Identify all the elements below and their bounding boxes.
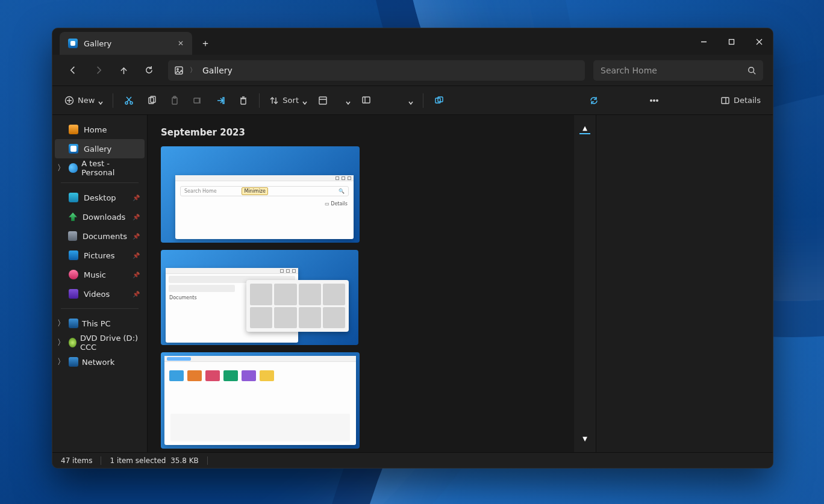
search-input[interactable]: Search Home: [593, 60, 763, 81]
thumbnail-grid: Search Home 🔍 ▭ Details Minimize Docum: [161, 146, 546, 452]
timeline-jump-start[interactable]: ▲: [579, 123, 590, 134]
refresh-button[interactable]: [138, 60, 160, 81]
image-thumbnail[interactable]: Search Home 🔍 ▭ Details Minimize: [161, 146, 360, 243]
documents-icon: [68, 231, 77, 241]
svg-rect-28: [319, 97, 326, 104]
back-button[interactable]: [62, 60, 84, 81]
status-item-count: 47 items: [61, 456, 92, 465]
forward-button[interactable]: [87, 60, 109, 81]
search-icon: [748, 66, 756, 75]
svg-rect-37: [722, 98, 729, 104]
pin-icon: 📌: [133, 194, 140, 201]
delete-button[interactable]: [233, 90, 254, 111]
music-icon: [69, 270, 78, 279]
close-window-button[interactable]: [745, 28, 773, 55]
svg-point-34: [651, 99, 652, 101]
up-button[interactable]: [113, 60, 134, 81]
network-icon: [69, 357, 78, 367]
sidebar-label: Network: [82, 358, 114, 367]
sidebar-item-this-pc[interactable]: 〉This PC: [55, 314, 145, 333]
sidebar-label: DVD Drive (D:) CCC: [80, 334, 142, 352]
home-icon: [69, 125, 78, 134]
chevron-right-icon[interactable]: 〉: [57, 163, 65, 173]
more-button[interactable]: [643, 90, 665, 111]
sort-button[interactable]: Sort: [264, 90, 312, 111]
separator: [259, 93, 260, 108]
sidebar-label: Gallery: [84, 145, 111, 154]
sidebar-item-pictures[interactable]: Pictures📌: [55, 246, 145, 265]
sidebar-label: Documents: [83, 232, 127, 241]
sidebar-item-gallery[interactable]: Gallery: [55, 139, 145, 158]
sidebar-item-onedrive[interactable]: 〉A test - Personal: [55, 158, 145, 178]
image-thumbnail[interactable]: [161, 352, 360, 449]
svg-line-15: [126, 97, 131, 102]
sidebar-item-documents[interactable]: Documents📌: [55, 226, 145, 246]
filter-button[interactable]: [357, 90, 418, 111]
disc-icon: [69, 338, 76, 347]
timeline-jump-end[interactable]: ▼: [579, 433, 590, 444]
timeline-scrubber[interactable]: ▲ ▼: [574, 115, 596, 452]
rename-button[interactable]: [187, 90, 208, 111]
paste-button[interactable]: [164, 90, 186, 111]
sidebar-item-desktop[interactable]: Desktop📌: [55, 188, 145, 207]
mock-text: Search Home: [184, 188, 217, 194]
sidebar-item-music[interactable]: Music📌: [55, 265, 145, 284]
mock-text: Details: [331, 201, 348, 207]
image-thumbnail[interactable]: Documents: [161, 250, 358, 345]
command-bar: New Sort: [52, 86, 773, 115]
svg-point-12: [125, 102, 128, 104]
chevron-right-icon[interactable]: 〉: [57, 337, 65, 348]
separator: [207, 456, 208, 465]
new-tab-button[interactable]: ＋: [192, 32, 219, 55]
pin-icon: 📌: [133, 214, 140, 220]
tab-gallery[interactable]: Gallery ✕: [60, 32, 192, 55]
navigation-bar: 〉 Gallery Search Home: [52, 55, 773, 86]
chevron-down-icon: [302, 98, 307, 103]
pin-icon: 📌: [133, 233, 140, 240]
svg-point-7: [749, 67, 754, 72]
svg-point-36: [657, 99, 658, 101]
status-bar: 47 items 1 item selected 35.8 KB: [52, 452, 773, 468]
sidebar-item-dvd[interactable]: 〉DVD Drive (D:) CCC: [55, 333, 145, 352]
svg-point-13: [130, 102, 133, 104]
download-icon: [69, 213, 77, 221]
sync-button[interactable]: [583, 90, 605, 111]
view-button[interactable]: [313, 90, 355, 111]
sidebar-item-network[interactable]: 〉Network: [55, 352, 145, 372]
pin-icon: 📌: [133, 272, 140, 278]
picture-icon: [174, 66, 184, 75]
separator: [113, 93, 113, 108]
pc-icon: [69, 319, 78, 328]
date-group-header[interactable]: September 2023: [161, 127, 561, 138]
sidebar-item-home[interactable]: Home: [55, 120, 145, 139]
sidebar-label: Home: [84, 125, 107, 134]
sidebar-item-videos[interactable]: Videos📌: [55, 284, 145, 303]
sidebar-item-downloads[interactable]: Downloads📌: [55, 207, 145, 226]
gallery-icon: [68, 39, 78, 48]
cut-button[interactable]: [118, 90, 140, 111]
svg-rect-1: [729, 39, 734, 44]
minimize-button[interactable]: [690, 28, 717, 55]
gallery-content: September 2023 Search Home 🔍 ▭ Details: [148, 115, 574, 452]
new-button[interactable]: New: [60, 90, 108, 111]
address-bar[interactable]: 〉 Gallery: [168, 60, 585, 81]
breadcrumb-location: Gallery: [202, 66, 233, 75]
share-button[interactable]: [210, 90, 231, 111]
file-explorer-window: Gallery ✕ ＋ 〉 Gallery Search Home New: [52, 28, 773, 468]
svg-point-6: [177, 68, 178, 69]
copy-button[interactable]: [141, 90, 163, 111]
status-selection: 1 item selected 35.8 KB: [110, 456, 198, 465]
navigation-pane: Home Gallery 〉A test - Personal Desktop📌…: [52, 115, 148, 452]
pin-icon: 📌: [133, 291, 140, 297]
chevron-right-icon[interactable]: 〉: [57, 318, 65, 329]
chevron-right-icon[interactable]: 〉: [57, 356, 65, 367]
tab-close-button[interactable]: ✕: [178, 39, 184, 48]
chevron-down-icon: [346, 98, 351, 103]
svg-rect-22: [223, 98, 224, 104]
window-controls: [690, 28, 773, 55]
details-pane: [596, 115, 773, 452]
collection-button[interactable]: [428, 90, 450, 111]
maximize-button[interactable]: [717, 28, 745, 55]
details-pane-button[interactable]: Details: [716, 90, 766, 111]
gallery-icon: [69, 144, 78, 154]
